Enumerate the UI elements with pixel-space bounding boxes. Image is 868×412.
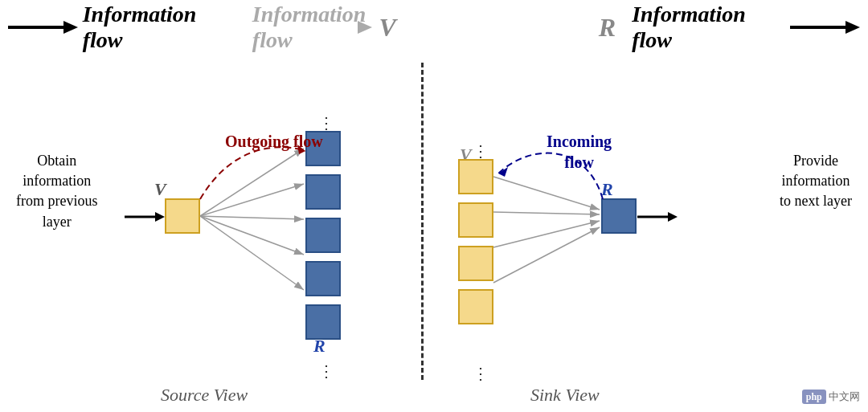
info-flow-right-label: Information flow [632, 2, 785, 53]
r-node-sink [601, 198, 637, 234]
blue-sq-4 [305, 261, 341, 296]
php-text: 中文网 [829, 390, 860, 402]
svg-line-5 [200, 216, 304, 255]
info-flow-right: Information flow [632, 2, 860, 53]
dots-bottom-source: ⋮ [318, 361, 334, 381]
yellow-sq-2 [458, 202, 493, 238]
info-flow-left-label: Information flow [83, 2, 236, 53]
svg-line-2 [200, 149, 304, 216]
blue-squares-source [305, 131, 341, 340]
svg-marker-12 [498, 167, 508, 177]
yellow-squares-sink [458, 159, 493, 324]
left-arrow-icon [8, 21, 78, 34]
right-arrow-icon [790, 21, 860, 34]
php-badge: php [802, 390, 826, 404]
svg-line-3 [200, 184, 304, 216]
dots-top-sink: ⋮ [473, 141, 489, 161]
main-diagram: Obtaininformationfrom previouslayer V ⋮ … [0, 55, 868, 412]
top-bar: Information flow Information flow V R In… [0, 0, 868, 55]
yellow-sq-1 [458, 159, 493, 194]
v-label-source: V [154, 179, 166, 200]
dots-bottom-sink: ⋮ [473, 364, 489, 383]
r-label-top: R [599, 13, 616, 43]
arrows-svg [0, 55, 868, 412]
info-flow-center: Information flow V R [236, 2, 632, 53]
obtain-text: Obtaininformationfrom previouslayer [16, 151, 97, 232]
sink-view-label: Sink View [530, 385, 600, 406]
right-output-arrow [637, 212, 678, 222]
info-flow-center-label: Information flow [252, 2, 366, 53]
left-input-arrow [125, 212, 165, 222]
dots-top-source: ⋮ [318, 115, 334, 131]
source-view-label: Source View [161, 385, 248, 406]
svg-line-4 [200, 216, 304, 219]
r-label-source: R [313, 336, 326, 357]
blue-sq-5 [305, 304, 341, 340]
r-label-sink: R [601, 179, 613, 200]
v-node-source [165, 198, 200, 234]
v-label-top: V [379, 13, 395, 43]
svg-line-6 [200, 216, 304, 290]
divider [421, 63, 424, 380]
yellow-sq-3 [458, 246, 493, 281]
svg-line-9 [493, 212, 600, 214]
php-logo: php 中文网 [802, 390, 860, 404]
blue-sq-3 [305, 218, 341, 253]
blue-sq-2 [305, 174, 341, 210]
info-flow-left: Information flow [8, 2, 236, 53]
svg-line-11 [493, 227, 600, 283]
svg-line-8 [493, 177, 600, 210]
yellow-sq-4 [458, 289, 493, 324]
incoming-label: Incomingflow [547, 131, 612, 173]
outgoing-label: Outgoing flow [225, 131, 323, 152]
provide-text: Provideinformationto next layer [780, 151, 852, 212]
svg-line-10 [493, 221, 600, 247]
